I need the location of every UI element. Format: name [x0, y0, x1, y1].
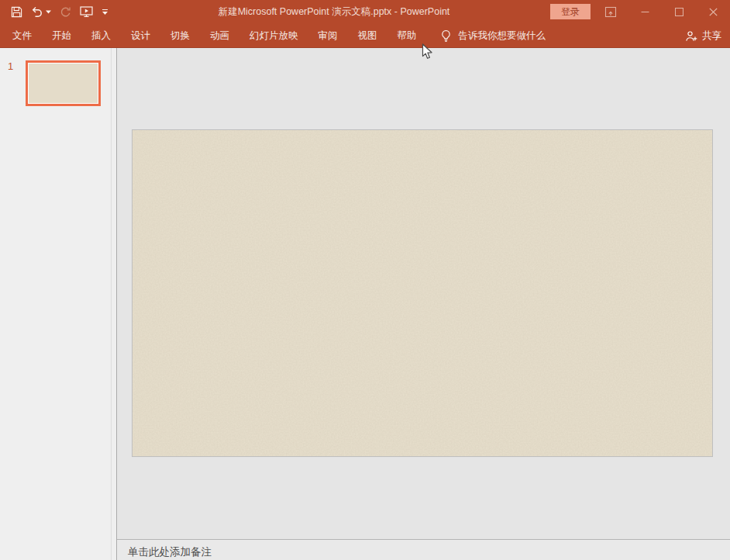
undo-split-button[interactable] — [31, 6, 51, 18]
thumbnail-panel-gutter — [111, 48, 112, 560]
tab-slideshow[interactable]: 幻灯片放映 — [239, 23, 308, 48]
tab-home[interactable]: 开始 — [42, 23, 81, 48]
sign-in-button[interactable]: 登录 — [550, 4, 591, 19]
ribbon-tabs: 文件 开始 插入 设计 切换 动画 幻灯片放映 审阅 视图 帮助 — [0, 23, 427, 48]
share-label: 共享 — [702, 29, 721, 43]
window-title: 新建Microsoft PowerPoint 演示文稿.pptx - Power… — [132, 0, 536, 23]
share-person-icon — [685, 30, 698, 42]
lightbulb-icon — [440, 29, 452, 43]
undo-icon — [31, 6, 43, 18]
save-icon — [11, 6, 22, 18]
save-button[interactable] — [11, 3, 22, 20]
start-slideshow-icon — [80, 5, 94, 18]
customize-quick-access-button[interactable] — [102, 9, 108, 15]
slide-paper-texture — [133, 130, 712, 456]
slide-thumbnail-1[interactable] — [26, 60, 101, 106]
tab-help[interactable]: 帮助 — [387, 23, 427, 48]
main-area: 1 单击此处添加备注 — [0, 48, 730, 560]
title-bar: 新建Microsoft PowerPoint 演示文稿.pptx - Power… — [0, 0, 730, 23]
tell-me-label: 告诉我你想要做什么 — [459, 29, 546, 43]
tab-transitions[interactable]: 切换 — [160, 23, 200, 48]
close-button[interactable] — [696, 0, 730, 23]
maximize-icon — [675, 8, 684, 16]
minimize-button[interactable] — [628, 0, 662, 23]
quick-access-toolbar — [11, 0, 108, 23]
tab-design[interactable]: 设计 — [121, 23, 160, 48]
tab-insert[interactable]: 插入 — [81, 23, 121, 48]
minimize-icon — [641, 8, 649, 16]
ribbon-tab-row: 文件 开始 插入 设计 切换 动画 幻灯片放映 审阅 视图 帮助 告诉我你想要做… — [0, 23, 730, 48]
chevron-down-icon — [102, 12, 108, 15]
redo-icon — [60, 6, 71, 18]
tab-view[interactable]: 视图 — [348, 23, 387, 48]
slide-editor-pane: 单击此处添加备注 — [117, 48, 730, 560]
maximize-button[interactable] — [662, 0, 696, 23]
notes-placeholder[interactable]: 单击此处添加备注 — [128, 545, 212, 559]
undo-dropdown-icon[interactable] — [46, 10, 51, 14]
redo-button[interactable] — [60, 3, 71, 20]
slide-thumbnail-panel: 1 — [0, 48, 116, 560]
tab-file[interactable]: 文件 — [2, 23, 42, 48]
window-controls — [594, 0, 730, 23]
slide-number: 1 — [8, 60, 13, 72]
tab-review[interactable]: 审阅 — [308, 23, 348, 48]
notes-pane[interactable]: 单击此处添加备注 — [117, 539, 730, 560]
tab-animations[interactable]: 动画 — [200, 23, 239, 48]
share-button[interactable]: 共享 — [685, 29, 721, 43]
slide-canvas[interactable] — [132, 129, 713, 457]
start-slideshow-button[interactable] — [80, 3, 94, 20]
powerpoint-window: 新建Microsoft PowerPoint 演示文稿.pptx - Power… — [0, 0, 730, 560]
tell-me-search[interactable]: 告诉我你想要做什么 — [440, 29, 546, 43]
customize-qat-icon — [102, 9, 108, 10]
ribbon-display-options-icon — [604, 6, 617, 18]
close-icon — [709, 8, 718, 16]
ribbon-display-options-button[interactable] — [594, 0, 628, 23]
